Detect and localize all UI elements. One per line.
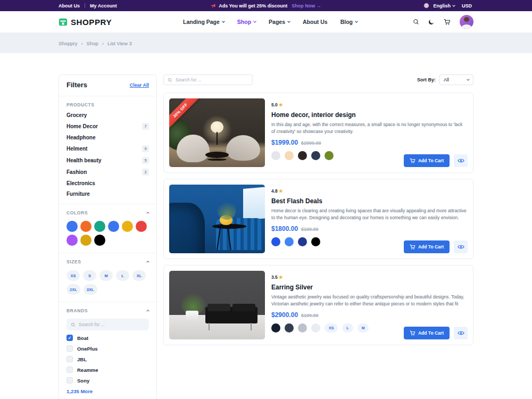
color-swatch[interactable] bbox=[285, 323, 294, 332]
filter-item-electronics[interactable]: Electronics bbox=[66, 180, 149, 186]
filter-item-fashion[interactable]: Fashion2 bbox=[66, 169, 149, 176]
brand-row-reamme[interactable]: Reamme bbox=[66, 367, 149, 373]
brand-search-input[interactable] bbox=[79, 322, 145, 327]
brand-row-jbl[interactable]: JBL bbox=[66, 356, 149, 362]
nav-item-blog[interactable]: Blog bbox=[340, 19, 358, 25]
filter-item-home-decor[interactable]: Home Decor7 bbox=[66, 123, 149, 130]
size-pill-m[interactable]: M bbox=[99, 270, 113, 281]
color-swatch[interactable] bbox=[66, 221, 78, 232]
currency-selector[interactable]: USD bbox=[462, 3, 472, 9]
color-swatch[interactable] bbox=[271, 237, 280, 246]
size-pill-xs[interactable]: XS bbox=[66, 270, 80, 281]
color-swatch[interactable] bbox=[80, 235, 92, 246]
add-to-cart-button[interactable]: Add To Cart bbox=[404, 327, 450, 339]
brands-more-link[interactable]: 1,235 More bbox=[66, 388, 93, 394]
filter-item-health-beauty[interactable]: Health beauty5 bbox=[66, 157, 149, 164]
nav-item-shop[interactable]: Shop bbox=[237, 19, 256, 25]
product-list: 30% OFF5.0★Home decor, interior designIn… bbox=[163, 93, 473, 345]
size-pill-m[interactable]: M bbox=[358, 323, 369, 332]
product-photo[interactable] bbox=[169, 185, 265, 253]
quick-view-button[interactable] bbox=[454, 154, 468, 167]
color-swatch[interactable] bbox=[325, 151, 334, 160]
color-swatch[interactable] bbox=[311, 151, 320, 160]
user-avatar[interactable] bbox=[460, 15, 473, 29]
size-pill-xl[interactable]: XL bbox=[132, 270, 146, 281]
topbar-link-my-account[interactable]: My Account bbox=[90, 3, 117, 9]
cart-icon[interactable] bbox=[444, 19, 451, 26]
color-swatch[interactable] bbox=[271, 151, 280, 160]
chevron-down-icon bbox=[467, 78, 470, 81]
checkbox[interactable]: ✓ bbox=[66, 335, 73, 341]
clear-all-link[interactable]: Clear All bbox=[130, 82, 149, 88]
add-to-cart-button[interactable]: Add To Cart bbox=[404, 240, 450, 253]
size-pill-3xl[interactable]: 3XL bbox=[84, 284, 97, 295]
store-icon bbox=[59, 18, 68, 27]
breadcrumb-shop[interactable]: Shop bbox=[87, 40, 98, 46]
color-swatch[interactable] bbox=[136, 221, 147, 232]
color-swatch[interactable] bbox=[285, 151, 294, 160]
color-swatch[interactable] bbox=[298, 237, 307, 246]
nav-item-landing-page[interactable]: Landing Page bbox=[183, 19, 225, 25]
checkbox[interactable] bbox=[66, 367, 73, 373]
product-info: 5.0★Home decor, interior designIn this d… bbox=[271, 98, 468, 167]
filter-item-furniture[interactable]: Furniture bbox=[66, 191, 149, 197]
quick-view-button[interactable] bbox=[454, 327, 468, 339]
language-selector[interactable]: English bbox=[433, 3, 455, 9]
product-search-input[interactable] bbox=[176, 77, 248, 82]
photo-shape bbox=[217, 132, 218, 145]
search-icon[interactable] bbox=[413, 19, 419, 25]
filter-item-grocery[interactable]: Grocery bbox=[66, 112, 149, 118]
quick-view-button[interactable] bbox=[454, 240, 468, 253]
add-to-cart-button[interactable]: Add To Cart bbox=[404, 154, 450, 167]
color-swatch[interactable] bbox=[80, 221, 92, 232]
brand-row-oneplus[interactable]: OnePlus bbox=[66, 345, 149, 352]
divider bbox=[85, 3, 85, 8]
product-title[interactable]: Earring Silver bbox=[271, 284, 467, 291]
product-title[interactable]: Home decor, interior design bbox=[271, 111, 467, 119]
logo[interactable]: SHOPPRY bbox=[59, 18, 112, 27]
nav-item-about-us[interactable]: About Us bbox=[303, 19, 328, 25]
color-swatch[interactable] bbox=[122, 221, 133, 232]
color-swatch[interactable] bbox=[298, 323, 307, 332]
nav-item-pages[interactable]: Pages bbox=[269, 19, 290, 25]
checkbox[interactable] bbox=[66, 356, 73, 362]
size-pill-2xl[interactable]: 2XL bbox=[66, 284, 80, 295]
checkbox[interactable] bbox=[66, 345, 73, 352]
color-swatch[interactable] bbox=[311, 237, 320, 246]
sort-select[interactable]: All bbox=[439, 74, 473, 85]
product-info: 4.8★Best Flash DealsHome decor is cleari… bbox=[271, 185, 468, 253]
topbar-link-about-us[interactable]: About Us bbox=[59, 3, 80, 9]
moon-icon[interactable] bbox=[428, 19, 435, 25]
color-swatch[interactable] bbox=[94, 221, 105, 232]
brands-heading[interactable]: BRANDS bbox=[66, 308, 149, 313]
color-swatch[interactable] bbox=[285, 237, 294, 246]
filter-item-helment[interactable]: Helment9 bbox=[66, 145, 149, 152]
colors-heading[interactable]: COLORS bbox=[66, 210, 149, 215]
brand-row-boat[interactable]: ✓Boat bbox=[66, 335, 149, 341]
product-photo[interactable]: 30% OFF bbox=[169, 98, 265, 167]
search-icon bbox=[71, 322, 76, 327]
size-pill-s[interactable]: S bbox=[83, 270, 96, 281]
color-swatch[interactable] bbox=[271, 323, 280, 332]
brand-row-sony[interactable]: Sony bbox=[66, 377, 149, 384]
color-swatch[interactable] bbox=[311, 323, 320, 332]
sizes-heading[interactable]: SIZES bbox=[66, 259, 149, 264]
shop-now-link[interactable]: Shop Now → bbox=[292, 3, 321, 9]
breadcrumb-home[interactable]: Shoppry bbox=[59, 40, 77, 46]
color-swatch[interactable] bbox=[94, 235, 105, 246]
color-swatch[interactable] bbox=[108, 221, 119, 232]
nav-item-label: About Us bbox=[303, 19, 328, 25]
checkbox[interactable] bbox=[66, 377, 73, 384]
filter-item-headphone[interactable]: Headphone bbox=[66, 135, 149, 140]
product-title[interactable]: Best Flash Deals bbox=[271, 197, 467, 205]
size-pill-l[interactable]: L bbox=[342, 323, 353, 332]
color-swatch[interactable] bbox=[298, 151, 307, 160]
product-photo[interactable] bbox=[169, 271, 265, 339]
brand-label: JBL bbox=[77, 356, 87, 362]
size-pill-l[interactable]: L bbox=[116, 270, 129, 281]
color-swatch[interactable] bbox=[66, 235, 78, 246]
product-price: $2900.00 bbox=[271, 311, 298, 319]
nav-item-label: Blog bbox=[340, 19, 353, 25]
filter-item-label: Grocery bbox=[66, 112, 87, 118]
size-pill-xs[interactable]: XS bbox=[325, 323, 338, 332]
